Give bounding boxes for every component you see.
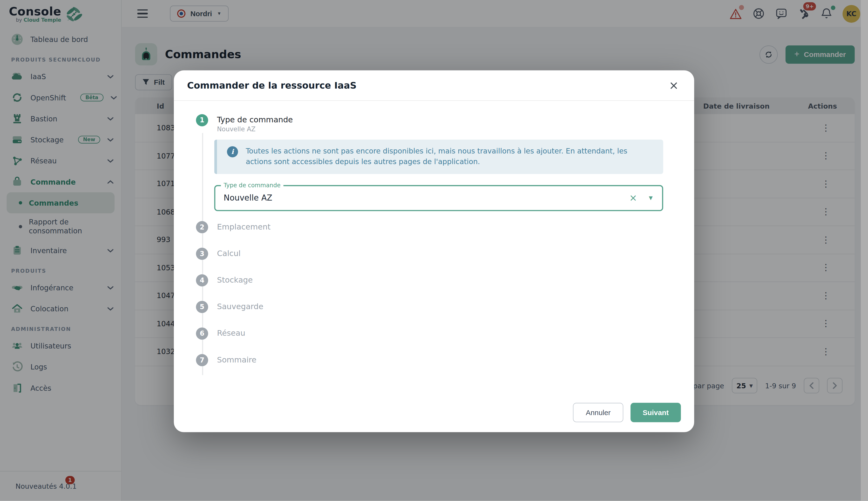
info-alert-text: Toutes les actions ne sont pas encore di… <box>246 146 653 167</box>
step-connector <box>202 313 203 327</box>
step-label: Emplacement <box>217 221 271 231</box>
modal-title: Commander de la ressource IaaS <box>187 80 356 91</box>
step-number: 3 <box>196 248 208 260</box>
step-number: 1 <box>196 114 208 127</box>
step-1-content: i Toutes les actions ne sont pas encore … <box>202 133 663 221</box>
step-number: 4 <box>196 274 208 287</box>
clear-icon[interactable]: × <box>629 193 637 203</box>
info-icon: i <box>227 146 238 157</box>
step-label: Réseau <box>217 327 245 337</box>
step-connector <box>202 233 203 248</box>
application-window: Console by Cloud Temple <box>0 0 868 501</box>
step-label: Sommaire <box>217 354 256 364</box>
step-label: Type de commande <box>217 114 293 124</box>
select-value: Nouvelle AZ <box>215 193 272 202</box>
step-sublabel: Nouvelle AZ <box>217 125 293 133</box>
step-sommaire[interactable]: 7 Sommaire <box>196 354 663 366</box>
order-iaas-modal: Commander de la ressource IaaS × 1 Type … <box>174 71 694 432</box>
next-button[interactable]: Suivant <box>630 403 681 422</box>
step-sauvegarde[interactable]: 5 Sauvegarde <box>196 301 663 313</box>
step-connector <box>202 340 203 354</box>
cancel-button[interactable]: Annuler <box>573 403 623 422</box>
close-icon[interactable]: × <box>669 79 679 91</box>
scrollbar[interactable] <box>861 0 868 501</box>
step-number: 2 <box>196 221 208 233</box>
select-floating-label: Type de commande <box>221 181 283 188</box>
modal-header: Commander de la ressource IaaS × <box>174 71 694 101</box>
step-reseau[interactable]: 6 Réseau <box>196 327 663 340</box>
step-stockage[interactable]: 4 Stockage <box>196 274 663 287</box>
modal-stepper: 1 Type de commande Nouvelle AZ i Toutes … <box>174 101 694 403</box>
step-number: 5 <box>196 301 208 313</box>
step-connector <box>202 366 203 375</box>
modal-footer: Annuler Suivant <box>174 403 694 432</box>
step-label: Calcul <box>217 248 241 257</box>
step-calcul[interactable]: 3 Calcul <box>196 248 663 260</box>
step-type-de-commande[interactable]: 1 Type de commande Nouvelle AZ <box>196 114 663 133</box>
step-emplacement[interactable]: 2 Emplacement <box>196 221 663 233</box>
info-alert: i Toutes les actions ne sont pas encore … <box>215 140 663 174</box>
type-de-commande-select[interactable]: Type de commande Nouvelle AZ × ▼ <box>215 185 663 211</box>
step-number: 6 <box>196 327 208 340</box>
step-number: 7 <box>196 354 208 366</box>
step-connector <box>202 260 203 274</box>
caret-down-icon[interactable]: ▼ <box>649 195 653 201</box>
step-connector <box>202 286 203 301</box>
step-label: Stockage <box>217 274 253 284</box>
step-label: Sauvegarde <box>217 301 263 311</box>
